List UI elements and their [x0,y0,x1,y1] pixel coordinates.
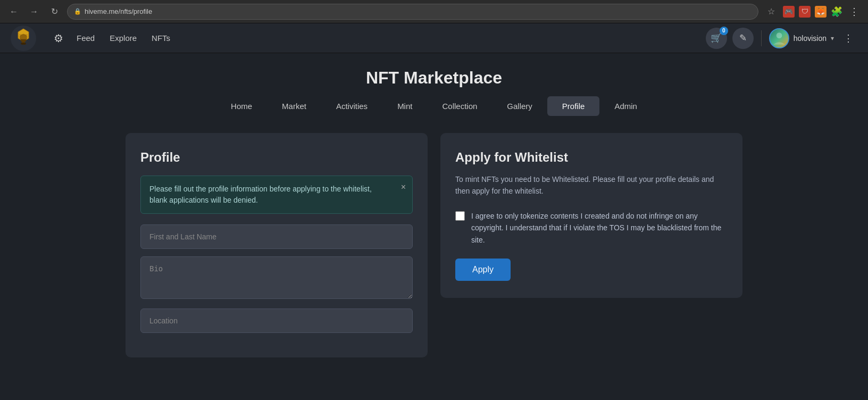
back-button[interactable]: ← [6,4,21,19]
navbar-right: 🛒 0 ✎ [706,28,857,49]
alert-banner: Please fill out the profile information … [140,176,413,214]
settings-icon[interactable]: ⚙ [51,31,66,46]
browser-toolbar: ☆ 🎮 🛡 🦊 🧩 ⋮ [764,4,862,19]
page-title: NFT Marketplace [126,53,742,96]
user-name-label: holovision [794,34,827,43]
svg-rect-3 [21,39,26,41]
browser-more-button[interactable]: ⋮ [847,4,862,19]
app-navbar: ⚙ Feed Explore NFTs 🛒 0 ✎ [0,23,868,53]
ext-icon-1[interactable]: 🎮 [783,6,795,18]
nav-nfts[interactable]: NFTs [152,34,170,43]
profile-card: Profile Please fill out the profile info… [126,133,428,357]
nav-feed[interactable]: Feed [77,34,95,43]
whitelist-description: To mint NFTs you need to be Whitelisted.… [455,173,728,197]
tos-checkbox[interactable] [455,211,465,221]
nav-explore[interactable]: Explore [110,34,137,43]
tos-checkbox-row: I agree to only tokenize contents I crea… [455,210,728,246]
alert-text: Please fill out the profile information … [149,185,372,204]
cart-badge: 0 [720,27,728,35]
tab-activities[interactable]: Activities [321,96,382,116]
tab-mint[interactable]: Mint [382,96,427,116]
ext-icon-3[interactable]: 🦊 [815,6,827,18]
whitelist-card: Apply for Whitelist To mint NFTs you nee… [440,133,742,298]
svg-point-10 [776,32,782,38]
chevron-down-icon: ▾ [831,35,834,42]
page-container: NFT Marketplace Home Market Activities M… [115,53,753,357]
content-grid: Profile Please fill out the profile info… [126,133,742,357]
tab-admin[interactable]: Admin [599,96,652,116]
nav-separator [761,30,762,46]
app-logo [11,26,36,51]
tab-home[interactable]: Home [216,96,267,116]
tab-collection[interactable]: Collection [427,96,492,116]
profile-card-title: Profile [140,150,413,165]
nav-links: Feed Explore NFTs [77,34,695,43]
user-menu-button[interactable]: holovision ▾ [769,28,834,48]
tab-market[interactable]: Market [267,96,321,116]
alert-close-button[interactable]: × [401,182,406,192]
name-input[interactable] [140,224,413,249]
bio-input[interactable] [140,256,413,299]
avatar [769,28,789,48]
nav-tabs: Home Market Activities Mint Collection G… [126,96,742,116]
browser-chrome: ← → ↻ 🔒 hiveme.me/nfts/profile ☆ 🎮 🛡 🦊 🧩… [0,0,868,23]
address-bar[interactable]: 🔒 hiveme.me/nfts/profile [67,4,758,20]
lock-icon: 🔒 [74,8,81,15]
tos-text: I agree to only tokenize contents I crea… [471,210,728,246]
whitelist-title: Apply for Whitelist [455,150,728,165]
more-options-button[interactable]: ⋮ [839,30,857,46]
location-input[interactable] [140,309,413,333]
refresh-button[interactable]: ↻ [47,4,62,19]
cart-button[interactable]: 🛒 0 [706,28,727,49]
edit-button[interactable]: ✎ [732,28,754,49]
svg-point-5 [21,43,26,45]
forward-button[interactable]: → [27,4,41,19]
apply-button[interactable]: Apply [455,259,511,281]
ext-icon-4[interactable]: 🧩 [831,6,842,18]
ext-icon-2[interactable]: 🛡 [799,6,811,18]
tab-gallery[interactable]: Gallery [492,96,547,116]
url-text: hiveme.me/nfts/profile [85,7,152,15]
star-button[interactable]: ☆ [764,4,779,19]
tab-profile[interactable]: Profile [547,96,600,116]
